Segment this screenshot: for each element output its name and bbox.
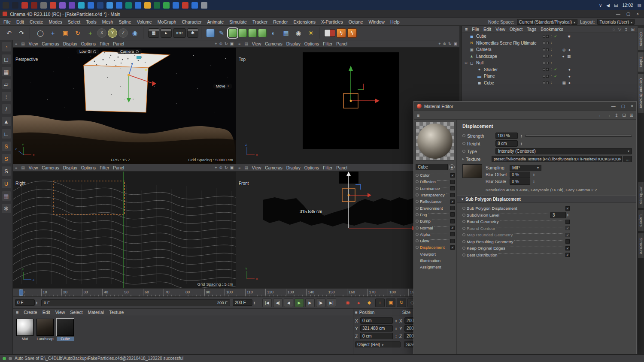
channel-label[interactable]: Glow: [420, 238, 429, 243]
object-tags[interactable]: ●: [560, 74, 571, 78]
subdivision-surface-button[interactable]: ◐: [268, 27, 279, 39]
viewport-menu-item[interactable]: Panel: [113, 166, 124, 170]
dock-tab[interactable]: Layers: [638, 210, 644, 232]
viewport-menu-item[interactable]: Filter: [100, 42, 109, 46]
panel-menu-icon[interactable]: ≡: [465, 27, 468, 32]
channel-label[interactable]: Luminance: [420, 186, 440, 191]
channel-label[interactable]: Diffusion: [420, 179, 436, 184]
channel-checkbox[interactable]: [450, 226, 455, 230]
object-tags[interactable]: ◎ ●: [560, 48, 571, 52]
channel-checkbox[interactable]: [450, 219, 455, 223]
viewport-menu-item[interactable]: Cameras: [42, 166, 59, 170]
filter-icon[interactable]: ▽: [618, 27, 622, 32]
spline-smooth-button[interactable]: S: [2, 154, 11, 163]
panel-menu-icon[interactable]: ≡: [417, 113, 419, 118]
visibility-dots[interactable]: ∶: [551, 61, 552, 65]
taskbar-app-10[interactable]: [88, 2, 94, 9]
workplane-mode-button[interactable]: ▱: [2, 79, 11, 89]
layer-toggles[interactable]: [543, 68, 549, 71]
channel-checkbox[interactable]: [450, 212, 455, 217]
channel-checkbox[interactable]: [450, 232, 455, 236]
axis-x-lock[interactable]: X: [97, 28, 106, 38]
taskbar-app-8[interactable]: [69, 2, 75, 9]
visibility-dots[interactable]: ∶: [551, 48, 552, 52]
viewport-menu-item[interactable]: Filter: [323, 166, 332, 170]
spd-section-header[interactable]: ▾ Sub Polygon Displacement: [457, 196, 636, 203]
separator[interactable]: [30, 27, 32, 39]
object-tags[interactable]: ●: [560, 67, 571, 72]
generators-button[interactable]: [228, 29, 237, 37]
next-frame-button[interactable]: ▶: [305, 299, 315, 307]
undo-button[interactable]: ↶: [3, 27, 15, 39]
object-manager-menu-item[interactable]: Bookmarks: [541, 27, 563, 32]
channel-row[interactable]: Assignment: [416, 264, 455, 270]
texture-mode-button[interactable]: ▦: [2, 67, 11, 76]
viewport-menu-item[interactable]: View: [29, 166, 38, 170]
channel-row[interactable]: Fog: [416, 211, 455, 218]
viewport-menu-item[interactable]: Options: [304, 166, 319, 170]
object-row-null[interactable]: ◻ Null ∶ ✓: [462, 60, 638, 66]
channel-row[interactable]: Illumination: [416, 257, 455, 264]
fields-button[interactable]: [258, 29, 267, 37]
make-editable-button[interactable]: ◔: [2, 42, 11, 51]
environment-button[interactable]: ◉: [293, 27, 304, 39]
expand-toggle-icon[interactable]: [465, 61, 469, 65]
frame-range-slider[interactable]: 0 F 200 F: [41, 299, 230, 306]
object-tags[interactable]: ✱: [560, 34, 571, 39]
zoom-view-button[interactable]: ⊕: [443, 42, 446, 46]
toggle-icon[interactable]: [136, 50, 139, 53]
height-stepper[interactable]: [519, 140, 523, 147]
viewport-menu-icon[interactable]: ≡: [15, 42, 17, 46]
spd-row[interactable]: Round Geometry: [462, 218, 570, 225]
viewport-menu-item[interactable]: Filter: [323, 42, 332, 46]
light-button[interactable]: ☀: [305, 27, 316, 39]
goto-start-button[interactable]: |◀: [262, 299, 272, 307]
texture-path-field[interactable]: preset://Nikomedia Textures (PR).lib4d/S…: [492, 156, 622, 162]
channel-checkbox[interactable]: [450, 173, 455, 178]
pan-view-button[interactable]: +: [215, 166, 217, 170]
spd-row[interactable]: Map Resulting Geometry: [462, 238, 570, 245]
live-selection-tool[interactable]: ◯: [35, 27, 46, 39]
spline-pen-button[interactable]: ✎: [216, 27, 227, 39]
taskbar-app-20[interactable]: [182, 2, 188, 9]
texture-browse-button[interactable]: ...: [623, 156, 632, 162]
channel-row[interactable]: Glow: [416, 238, 455, 244]
material-manager-menu-item[interactable]: Texture: [109, 310, 124, 315]
layer-toggles[interactable]: [543, 62, 549, 64]
viewport-grid-icon[interactable]: ▤: [244, 42, 248, 46]
channel-label[interactable]: Illumination: [420, 258, 440, 263]
separator[interactable]: [201, 27, 204, 39]
taskbar-app-12[interactable]: [106, 2, 113, 9]
menu-item[interactable]: Octane: [349, 19, 363, 24]
taskbar-app-15[interactable]: [135, 2, 141, 9]
spd-checkbox[interactable]: [565, 226, 570, 230]
taskbar-app-2[interactable]: [12, 2, 18, 9]
viewport-menu-item[interactable]: Cameras: [42, 42, 59, 46]
rotate-view-button[interactable]: ↻: [448, 42, 452, 46]
object-name-label[interactable]: Camera: [476, 47, 492, 52]
object-manager-menu-item[interactable]: Object: [510, 27, 522, 32]
move-tool[interactable]: +: [47, 27, 58, 39]
object-row-cube-child[interactable]: ◼ Cube ∶ ✓ ▦ ●: [462, 80, 638, 87]
notifications-icon[interactable]: ▥: [638, 3, 641, 8]
channel-row[interactable]: Alpha: [416, 231, 455, 238]
blur-scale-field[interactable]: 0 %: [510, 178, 530, 185]
object-name-label[interactable]: Shader: [484, 67, 498, 72]
spd-checkbox[interactable]: [565, 233, 570, 237]
channel-label[interactable]: Fog: [420, 212, 427, 217]
spd-row[interactable]: Sub Polygon Displacement: [462, 205, 570, 212]
taskbar-app-17[interactable]: [154, 2, 160, 9]
pan-view-button[interactable]: +: [438, 42, 440, 46]
next-key-button[interactable]: |▶: [316, 299, 325, 307]
menu-item[interactable]: Window: [369, 19, 385, 24]
redo-button[interactable]: ↷: [16, 27, 27, 39]
toggle-icon[interactable]: [93, 50, 96, 53]
panel-menu-icon[interactable]: ≡: [16, 310, 18, 315]
viewport-menu-item[interactable]: Panel: [336, 166, 347, 170]
spd-number-field[interactable]: 3: [550, 212, 566, 218]
stepper[interactable]: [532, 178, 536, 185]
viewport-menu-item[interactable]: View: [252, 42, 261, 46]
layer-toggles[interactable]: [543, 48, 549, 51]
render-settings-button[interactable]: ✱: [187, 28, 198, 38]
blur-offset-field[interactable]: 0 %: [510, 172, 530, 178]
